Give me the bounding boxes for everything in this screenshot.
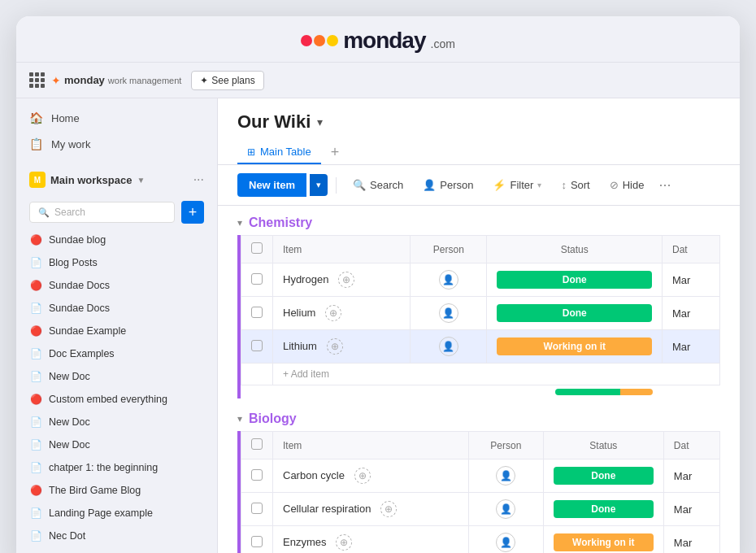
add-person-enzymes-icon[interactable]: ⊕ [336,534,352,551]
chemistry-table: Item Person Status Dat H [241,235,720,398]
see-plans-button[interactable]: ✦ See plans [191,71,263,90]
chemistry-col-person: Person [411,236,487,263]
row-hydrogen-checkbox[interactable] [251,273,263,285]
logo-dots [301,35,338,46]
logo-text: monday [343,28,425,54]
sidebar-item-5[interactable]: 📄 Doc Examples [23,342,211,365]
sidebar-items: 🔴 Sundae blog 📄 Blog Posts 🔴 Sundae Docs… [16,229,217,547]
sidebar-item-6[interactable]: 📄 New Doc [23,365,211,388]
sidebar-item-label-13: Nec Dot [49,530,85,542]
sidebar-item-label-1: Blog Posts [49,257,98,268]
sidebar-item-7[interactable]: 🔴 Custom embed everything [23,388,211,411]
filter-icon: ⚡ [493,179,506,191]
sort-label: Sort [571,179,590,191]
logo-dot-red [301,35,312,46]
add-person-helium-icon[interactable]: ⊕ [325,305,341,321]
tab-main-table[interactable]: ⊞ Main Table [237,141,321,164]
search-button[interactable]: 🔍 Search [345,174,411,196]
brand-logo: ✦ monday work management [51,74,181,87]
grid-icon[interactable] [29,72,45,88]
add-person-hydrogen-icon[interactable]: ⊕ [338,272,354,288]
status-badge-carbon: Done [554,467,654,485]
see-plans-label: See plans [211,75,254,86]
toolbar-more-button[interactable]: ··· [655,173,674,197]
row-lithium-checkbox-cell [241,330,273,364]
row-hydrogen-checkbox-cell [241,263,273,297]
biology-col-person: Person [468,432,543,459]
row-helium-checkbox[interactable] [251,307,263,318]
item-icon-11: 🔴 [29,484,42,497]
biology-table: Item Person Status Dat C [241,431,720,553]
row-cellular-checkbox[interactable] [251,503,263,514]
row-lithium-checkbox[interactable] [251,340,263,351]
add-person-cellular-icon[interactable]: ⊕ [380,501,397,517]
hide-icon: ⊘ [610,179,619,191]
biology-header-checkbox[interactable] [251,438,263,450]
row-carbon-name: Carbon cycle ⊕ [273,459,469,493]
sidebar-item-11[interactable]: 🔴 The Bird Game Blog [23,479,211,502]
sidebar-item-mywork[interactable]: 📋 My work [16,131,217,157]
sidebar-item-label-6: New Doc [49,371,90,382]
sidebar-item-9[interactable]: 📄 New Doc [23,433,211,456]
page-title-chevron-icon[interactable]: ▾ [317,115,323,128]
sidebar-item-0[interactable]: 🔴 Sundae blog [23,229,211,251]
biology-section-header[interactable]: ▾ Biology [218,402,740,431]
sidebar-item-3[interactable]: 📄 Sundae Docs [23,297,211,320]
new-item-chevron-button[interactable]: ▾ [310,174,328,196]
row-hydrogen-name: Hydrogen ⊕ [273,263,411,297]
add-item-row-chemistry[interactable]: + Add item [241,364,720,385]
person-carbon-icon[interactable]: 👤 [496,466,515,486]
sidebar-item-13[interactable]: 📄 Nec Dot [23,525,211,547]
workspace-more-icon[interactable]: ··· [193,172,204,187]
person-cellular-icon[interactable]: 👤 [496,499,515,519]
sidebar-item-2[interactable]: 🔴 Sundae Docs [23,274,211,297]
chemistry-section-header[interactable]: ▾ Chemistry [218,206,740,235]
row-cellular-status: Done [543,493,663,526]
add-person-carbon-icon[interactable]: ⊕ [354,468,371,484]
row-enzymes-person: 👤 [468,526,543,554]
bar-green [555,389,620,395]
item-icon-13: 📄 [29,529,42,542]
workspace-header[interactable]: M Main workspace ▼ ··· [16,163,217,196]
row-enzymes-date: Mar [663,526,719,554]
row-enzymes-checkbox[interactable] [251,536,263,547]
row-helium-person: 👤 [411,297,487,330]
workspace-label: M Main workspace ▼ [29,172,145,188]
row-carbon-checkbox[interactable] [251,469,263,481]
chemistry-header-checkbox[interactable] [251,242,263,254]
add-item-label[interactable]: + Add item [273,364,720,385]
sidebar-item-label-12: Landing Page example [49,507,153,519]
person-button[interactable]: 👤 Person [415,174,481,196]
tab-icon-main-table: ⊞ [247,146,255,158]
row-cellular-person: 👤 [468,493,543,526]
person-enzymes-icon[interactable]: 👤 [496,533,515,552]
hide-button[interactable]: ⊘ Hide [602,174,653,196]
person-hydrogen-icon[interactable]: 👤 [439,270,458,290]
sidebar-item-home[interactable]: 🏠 Home [16,105,217,131]
sidebar-item-4[interactable]: 🔴 Sundae Example [23,320,211,342]
new-item-button[interactable]: New item [237,173,306,197]
person-helium-icon[interactable]: 👤 [439,303,458,323]
add-tab-button[interactable]: + [324,141,346,164]
app-container: monday .com ✦ monday work management ✦ S… [16,16,740,553]
sidebar-search-box[interactable]: 🔍 Search [29,202,175,223]
sidebar-item-10[interactable]: 📄 chatper 1: the beginning [23,456,211,479]
item-icon-5: 📄 [29,347,42,360]
page-title-row: Our Wiki ▾ [237,111,720,133]
logo-dot-yellow [327,35,338,46]
add-person-lithium-icon[interactable]: ⊕ [327,338,343,355]
sidebar-item-8[interactable]: 📄 New Doc [23,411,211,433]
sidebar-item-1[interactable]: 📄 Blog Posts [23,251,211,274]
item-icon-7: 🔴 [29,393,42,406]
sidebar-item-label-7: Custom embed everything [49,394,167,405]
add-button[interactable]: + [181,201,204,224]
item-icon-9: 📄 [29,438,42,451]
item-icon-1: 📄 [29,256,42,269]
biology-col-date: Dat [663,432,719,459]
hide-label: Hide [623,179,645,191]
biology-col-status: Status [543,432,663,459]
person-lithium-icon[interactable]: 👤 [439,337,458,356]
sidebar-item-12[interactable]: 📄 Landing Page example [23,502,211,525]
filter-button[interactable]: ⚡ Filter ▾ [484,174,550,196]
sort-button[interactable]: ↕ Sort [553,174,597,196]
